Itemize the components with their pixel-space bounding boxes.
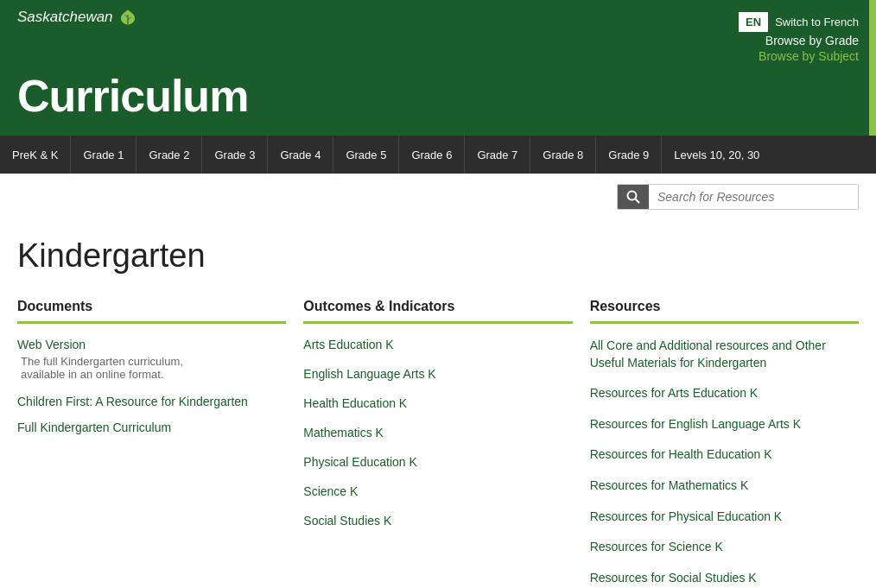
nav-levels-10-20-30[interactable]: Levels 10, 20, 30	[662, 136, 771, 174]
page-content: Kindergarten Documents Web Version The f…	[0, 220, 876, 588]
web-version-subtitle: The full Kindergarten curriculum,availab…	[17, 355, 286, 381]
browse-by-subject-link[interactable]: Browse by Subject	[759, 49, 859, 63]
resources-column: Resources All Core and Additional resour…	[590, 299, 859, 588]
site-logo: Saskatchewan	[17, 9, 137, 26]
switch-french-link[interactable]: Switch to French	[775, 16, 859, 28]
site-header: Saskatchewan EN Switch to French Browse …	[0, 0, 876, 136]
logo-leaf-icon	[118, 9, 137, 26]
outcome-arts-education[interactable]: Arts Education K	[303, 338, 572, 351]
search-button[interactable]	[618, 185, 649, 209]
resource-english-language-arts[interactable]: Resources for English Language Arts K	[590, 416, 859, 433]
header-top: Saskatchewan EN Switch to French Browse …	[0, 0, 876, 63]
nav-grade-9[interactable]: Grade 9	[596, 136, 662, 174]
documents-column: Documents Web Version The full Kindergar…	[17, 299, 286, 446]
outcome-science[interactable]: Science K	[303, 484, 572, 498]
header-accent-bar	[869, 0, 876, 136]
outcome-physical-education[interactable]: Physical Education K	[303, 455, 572, 469]
children-first-link[interactable]: Children First: A Resource for Kindergar…	[17, 395, 286, 408]
outcome-english-language-arts[interactable]: English Language Arts K	[303, 367, 572, 381]
header-right: EN Switch to French Browse by Grade Brow…	[739, 9, 859, 63]
three-columns: Documents Web Version The full Kindergar…	[17, 299, 859, 588]
nav-grade-5[interactable]: Grade 5	[333, 136, 399, 174]
outcome-social-studies[interactable]: Social Studies K	[303, 514, 572, 528]
lang-row: EN Switch to French	[739, 12, 859, 32]
outcome-mathematics[interactable]: Mathematics K	[303, 426, 572, 439]
resource-mathematics[interactable]: Resources for Mathematics K	[590, 477, 859, 495]
resource-science[interactable]: Resources for Science K	[590, 539, 859, 556]
nav-grade-1[interactable]: Grade 1	[71, 136, 136, 174]
browse-by-grade-link[interactable]: Browse by Grade	[765, 34, 859, 47]
en-badge: EN	[739, 12, 768, 32]
documents-heading: Documents	[17, 299, 286, 324]
resource-all-core[interactable]: All Core and Additional resources and Ot…	[590, 338, 859, 371]
nav-grade-4[interactable]: Grade 4	[268, 136, 333, 174]
nav-grade-3[interactable]: Grade 3	[202, 136, 268, 174]
outcomes-heading: Outcomes & Indicators	[303, 299, 572, 324]
search-icon	[626, 190, 640, 204]
nav-grade-8[interactable]: Grade 8	[530, 136, 596, 174]
web-version-link[interactable]: Web Version	[17, 338, 286, 351]
search-input[interactable]	[649, 185, 858, 209]
outcomes-column: Outcomes & Indicators Arts Education K E…	[303, 299, 572, 543]
outcome-health-education[interactable]: Health Education K	[303, 396, 572, 410]
resource-health-education[interactable]: Resources for Health Education K	[590, 446, 859, 464]
nav-grade-2[interactable]: Grade 2	[136, 136, 202, 174]
resources-heading: Resources	[590, 299, 859, 324]
nav-prek-k[interactable]: PreK & K	[0, 136, 71, 174]
logo-text: Saskatchewan	[17, 9, 113, 26]
resource-social-studies[interactable]: Resources for Social Studies K	[590, 570, 859, 587]
nav-grade-6[interactable]: Grade 6	[399, 136, 465, 174]
search-container	[617, 184, 859, 210]
svg-point-0	[628, 192, 637, 200]
search-bar	[0, 174, 876, 220]
grade-nav: PreK & K Grade 1 Grade 2 Grade 3 Grade 4…	[0, 136, 876, 174]
page-title: Kindergarten	[17, 237, 859, 275]
curriculum-title: Curriculum	[0, 63, 876, 136]
nav-grade-7[interactable]: Grade 7	[465, 136, 530, 174]
svg-line-1	[636, 199, 640, 204]
resource-physical-education[interactable]: Resources for Physical Education K	[590, 509, 859, 526]
resource-arts-education[interactable]: Resources for Arts Education K	[590, 385, 859, 402]
full-curriculum-link[interactable]: Full Kindergarten Curriculum	[17, 420, 286, 434]
